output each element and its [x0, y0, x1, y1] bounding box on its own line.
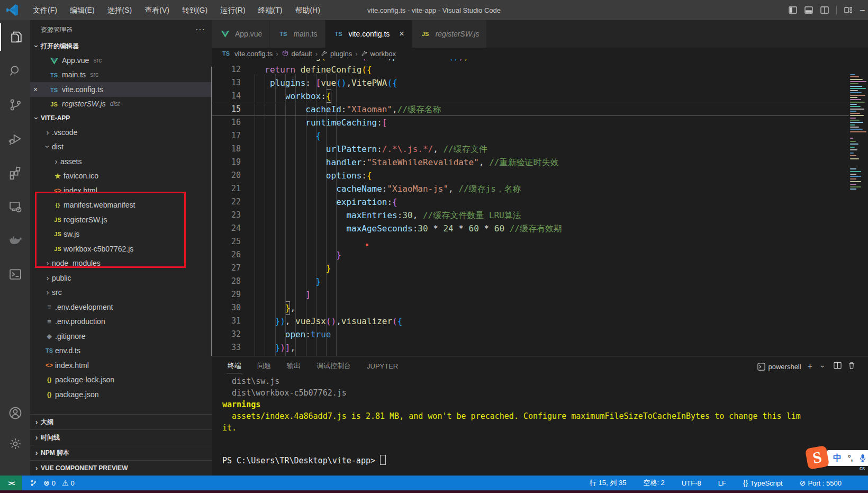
toggle-sidebar-icon[interactable] — [789, 6, 797, 14]
js-file-icon: JS — [48, 101, 60, 107]
problems-status[interactable]: ⊗ 0 ⚠ 0 — [40, 479, 78, 487]
tab-registerSW.js[interactable]: JSregisterSW.js — [412, 20, 487, 48]
file-index.html[interactable]: <>index.html — [30, 183, 212, 198]
panel-tab-输出[interactable]: 输出 — [286, 359, 302, 373]
folder-node_modules[interactable]: ›node_modules — [30, 256, 212, 271]
file-.env.development[interactable]: ≡.env.development — [30, 300, 212, 315]
panel-tab-问题[interactable]: 问题 — [256, 359, 272, 373]
menu-编辑(E)[interactable]: 编辑(E) — [64, 0, 101, 20]
folder-assets[interactable]: ›assets — [30, 154, 212, 169]
open-editor-registerSW.js[interactable]: JSregisterSW.jsdist — [30, 97, 212, 112]
terminal-line: dist\workbox-c5b07762.js — [222, 387, 868, 399]
menu-转到(G)[interactable]: 转到(G) — [176, 0, 214, 20]
file-manifest.webmanifest[interactable]: {}manifest.webmanifest — [30, 198, 212, 213]
breadcrumb[interactable]: TSvite.config.ts›default›plugins›workbox — [212, 48, 868, 59]
panel-tab-调试控制台[interactable]: 调试控制台 — [315, 359, 352, 373]
tab-App.vue[interactable]: App.vue — [212, 20, 270, 48]
line-number: 11 — [220, 59, 241, 63]
source-control-status[interactable] — [22, 479, 40, 487]
minimize-button[interactable]: – — [860, 5, 865, 15]
status-TypeScript[interactable]: {}TypeScript — [740, 479, 786, 487]
panel-tab-终端[interactable]: 终端 — [227, 359, 242, 373]
breadcrumb-vite.config.ts[interactable]: TSvite.config.ts — [220, 50, 273, 58]
status-Port : 5500[interactable]: ⊘Port : 5500 — [797, 479, 845, 487]
file-.env.production[interactable]: ≡.env.production — [30, 315, 212, 329]
customize-layout-icon[interactable] — [844, 6, 853, 14]
ime-toolbar[interactable]: 中 °, — [827, 450, 868, 466]
item-name: registerSW.js — [64, 216, 107, 224]
tab-main.ts[interactable]: TSmain.ts — [270, 20, 325, 48]
file-registerSW.js[interactable]: JSregisterSW.js — [30, 212, 212, 227]
ime-language-toggle[interactable]: 中 — [833, 453, 842, 464]
new-terminal-button[interactable]: + — [808, 362, 812, 371]
shell-selector[interactable]: powershell — [757, 363, 801, 371]
activity-search-icon[interactable] — [0, 57, 30, 85]
activity-account-icon[interactable] — [0, 399, 30, 427]
chevron-down-icon: › — [32, 42, 41, 50]
file-index.html[interactable]: <>index.html — [30, 358, 212, 373]
activity-explorer-icon[interactable] — [0, 23, 31, 51]
menu-终端(T)[interactable]: 终端(T) — [252, 0, 289, 20]
close-icon[interactable]: × — [30, 85, 41, 94]
ime-logo[interactable]: S — [805, 445, 829, 470]
toggle-panel-icon[interactable] — [804, 6, 813, 14]
activity-run-debug-icon[interactable] — [0, 125, 30, 153]
folder-src[interactable]: ›src — [30, 285, 212, 300]
status-空格: 2[interactable]: 空格: 2 — [640, 478, 667, 488]
activity-settings-icon[interactable] — [0, 430, 30, 458]
section-时间线[interactable]: ›时间线 — [30, 429, 212, 445]
file-workbox-c5b07762.js[interactable]: JSworkbox-c5b07762.js — [30, 241, 212, 256]
section-大纲[interactable]: ›大纲 — [30, 414, 212, 429]
more-actions-icon[interactable]: ··· — [195, 25, 205, 34]
toggle-secondary-sidebar-icon[interactable] — [820, 6, 829, 14]
project-root-section[interactable]: › VITE-APP — [30, 111, 212, 125]
menu-帮助(H)[interactable]: 帮助(H) — [288, 0, 326, 20]
microphone-icon[interactable] — [860, 454, 866, 462]
panel-tab-bar: 终端问题输出调试控制台JUPYTER — [227, 356, 399, 375]
file-.gitignore[interactable]: ◈.gitignore — [30, 329, 212, 344]
file-favicon.ico[interactable]: ★favicon.ico — [30, 169, 212, 184]
activity-remote-explorer-icon[interactable] — [0, 193, 30, 220]
split-terminal-icon[interactable] — [834, 362, 842, 371]
code-editor[interactable]: 11 console.log(loadEnv(mode,process.cwd(… — [212, 59, 868, 356]
sidebar-resize-sash[interactable] — [211, 67, 212, 356]
open-editor-App.vue[interactable]: App.vuesrc — [30, 53, 212, 68]
open-editor-vite.config.ts[interactable]: ×TSvite.config.ts — [30, 82, 212, 97]
chevron-down-icon[interactable]: › — [819, 362, 827, 371]
activity-source-control-icon[interactable] — [0, 91, 30, 119]
status-LF[interactable]: LF — [715, 479, 729, 487]
kill-terminal-icon[interactable] — [848, 362, 855, 372]
status-行 15, 列 35[interactable]: 行 15, 列 35 — [586, 478, 629, 488]
status-UTF-8[interactable]: UTF-8 — [679, 479, 704, 487]
open-editors-section[interactable]: › 打开的编辑器 — [30, 39, 212, 53]
menu-选择(S)[interactable]: 选择(S) — [101, 0, 139, 20]
terminal-output[interactable]: dist\sw.js dist\workbox-c5b07762.jswarni… — [222, 375, 868, 476]
breadcrumb-workbox[interactable]: workbox — [361, 50, 396, 58]
panel-tab-JUPYTER[interactable]: JUPYTER — [366, 360, 399, 372]
section-VUE COMPONENT PREVIEW[interactable]: ›VUE COMPONENT PREVIEW — [30, 460, 212, 476]
menu-运行(R)[interactable]: 运行(R) — [214, 0, 251, 20]
breadcrumb-default[interactable]: default — [282, 50, 312, 58]
remote-indicator[interactable]: >< — [0, 476, 22, 490]
folder-.vscode[interactable]: ›.vscode — [30, 125, 212, 140]
activity-docker-icon[interactable] — [0, 227, 30, 254]
breadcrumb-plugins[interactable]: plugins — [321, 50, 352, 58]
file-sw.js[interactable]: JSsw.js — [30, 227, 212, 242]
terminal-line: assets/index.4a86add7.js is 2.81 MB, and… — [222, 410, 868, 422]
menu-文件(F)[interactable]: 文件(F) — [26, 0, 64, 20]
section-NPM 脚本[interactable]: ›NPM 脚本 — [30, 445, 212, 460]
open-editor-main.ts[interactable]: TSmain.tssrc — [30, 68, 212, 83]
minimap[interactable] — [849, 74, 868, 233]
file-package.json[interactable]: {}package.json — [30, 387, 212, 402]
tab-vite.config.ts[interactable]: TSvite.config.ts× — [326, 20, 412, 48]
file-package-lock.json[interactable]: {}package-lock.json — [30, 373, 212, 388]
open-editors-list: App.vuesrcTSmain.tssrc×TSvite.config.tsJ… — [30, 53, 212, 111]
activity-extensions-icon[interactable] — [0, 159, 30, 186]
menu-查看(V)[interactable]: 查看(V) — [138, 0, 176, 20]
ime-punctuation-toggle[interactable]: °, — [848, 454, 853, 462]
file-env.d.ts[interactable]: TSenv.d.ts — [30, 344, 212, 358]
folder-dist[interactable]: ›dist — [30, 140, 212, 155]
close-icon[interactable]: × — [399, 29, 404, 39]
folder-public[interactable]: ›public — [30, 271, 212, 285]
activity-terminal-icon[interactable] — [0, 261, 30, 288]
